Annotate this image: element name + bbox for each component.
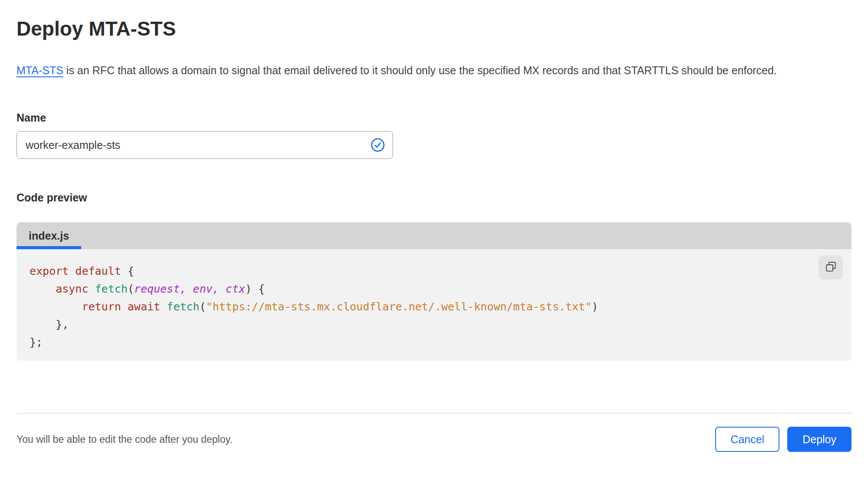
check-circle-icon [370, 138, 385, 152]
code-line: }; [30, 333, 812, 351]
tab-index-js[interactable]: index.js [17, 222, 81, 249]
name-input[interactable] [17, 131, 393, 159]
description-rest: is an RFC that allows a domain to signal… [63, 64, 777, 76]
deploy-mta-sts-page: Deploy MTA-STS MTA-STS is an RFC that al… [0, 16, 868, 452]
cancel-button[interactable]: Cancel [715, 427, 779, 452]
code-lines: export default { async fetch(request, en… [30, 262, 812, 351]
code-line: export default { [30, 262, 812, 280]
footer-actions: Cancel Deploy [715, 427, 851, 452]
code-tabbar: index.js [17, 222, 851, 249]
page-title: Deploy MTA-STS [17, 16, 851, 42]
name-label: Name [17, 111, 851, 124]
code-preview-block: index.js export default { async fetch(re… [17, 222, 851, 361]
code-line: return await fetch("https://mta-sts.mx.c… [30, 298, 812, 316]
code-line: }, [30, 316, 812, 333]
code-area: export default { async fetch(request, en… [17, 249, 851, 361]
copy-code-button[interactable] [818, 255, 843, 280]
description-text: MTA-STS is an RFC that allows a domain t… [17, 61, 837, 80]
mta-sts-link[interactable]: MTA-STS [17, 64, 63, 76]
footer-note: You will be able to edit the code after … [17, 434, 232, 445]
deploy-button[interactable]: Deploy [787, 427, 851, 452]
name-input-wrap [17, 131, 393, 159]
footer-divider [17, 413, 851, 414]
code-preview-label: Code preview [17, 191, 851, 204]
code-line: async fetch(request, env, ctx) { [30, 280, 812, 298]
copy-icon [825, 261, 837, 274]
footer-bar: You will be able to edit the code after … [17, 427, 851, 452]
